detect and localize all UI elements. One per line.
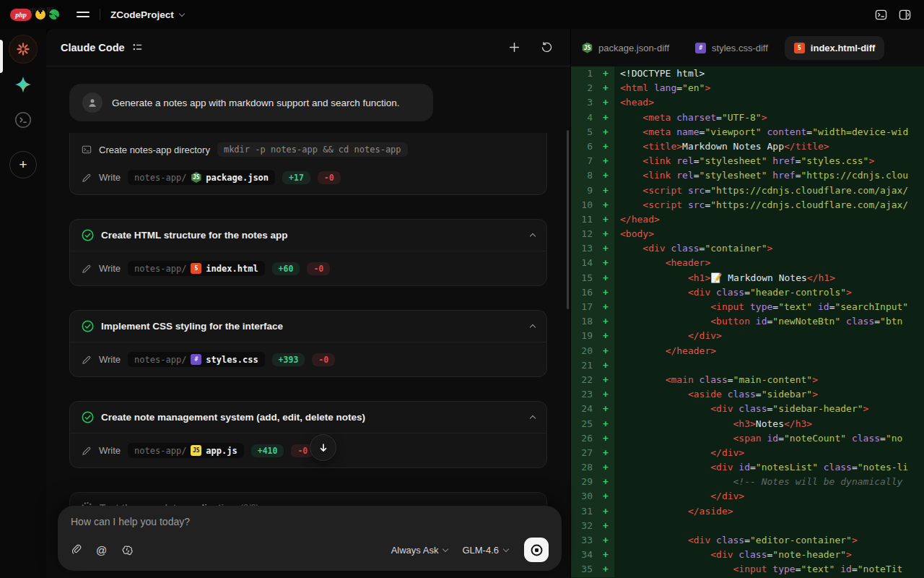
diff-added-marker: +	[597, 300, 614, 314]
code-line: 29+ <!-- Notes will be dynamically	[571, 475, 924, 489]
step-row[interactable]: Writenotes-app/5index.html+60-0	[70, 254, 546, 282]
check-circle-icon	[82, 411, 94, 423]
panel-title: Claude Code	[61, 42, 125, 53]
mention-icon[interactable]: @	[96, 544, 107, 556]
code-text: <meta charset="UTF-8">	[614, 111, 924, 125]
terminal-icon[interactable]	[872, 6, 890, 24]
code-line: 5+ <meta name="viewport" content="width=…	[571, 125, 924, 139]
code-line: 27+ </div>	[571, 446, 924, 460]
step-row[interactable]: Writenotes-app/JSpackage.json+17-0	[70, 163, 546, 191]
line-number: 28	[571, 460, 597, 475]
terminal-agent-icon[interactable]	[9, 105, 38, 134]
task-header[interactable]: Implement CSS styling for the interface	[70, 311, 546, 342]
file-dir: notes-app/	[134, 173, 186, 183]
prompt-input[interactable]	[71, 516, 549, 532]
tab-index-html-diff[interactable]: 5 index.html-diff	[785, 36, 885, 60]
code-line: 35+ <input type="text" id="noteTit	[571, 562, 924, 577]
line-number: 24	[571, 402, 597, 416]
diff-added-marker: +	[597, 154, 614, 168]
diff-added-marker: +	[597, 184, 614, 198]
claude-agent-icon[interactable]	[9, 35, 38, 64]
collapse-chevron-icon[interactable]	[530, 233, 536, 239]
task-list: Create notes-app directorymkdir -p notes…	[69, 133, 547, 523]
diff-added-marker: +	[597, 446, 614, 460]
step-row[interactable]: Create notes-app directorymkdir -p notes…	[70, 136, 546, 163]
message-composer: @ Always Ask GLM-4.6	[58, 506, 562, 571]
panel-toggle-icon[interactable]	[896, 6, 914, 24]
file-chip[interactable]: notes-app/JSpackage.json	[128, 170, 275, 185]
line-number: 32	[571, 519, 597, 533]
code-line: 12+<body>	[571, 227, 924, 241]
diff-added-marker: +	[597, 168, 614, 183]
code-line: 28+ <div id="notesList" class="notes-li	[571, 460, 924, 475]
editor-tab-bar: JS package.json-diff # styles.css-diff 5…	[571, 29, 924, 66]
added-lines-badge: +60	[272, 262, 300, 275]
conversation-scroll[interactable]: Generate a notes app with markdown suppo…	[46, 66, 570, 578]
code-text: <!-- Notes will be dynamically	[614, 475, 924, 489]
user-avatar-icon	[82, 92, 103, 113]
code-text: <div class="header-controls">	[614, 285, 924, 300]
code-text: <script src="https://cdnjs.cloudflare.co…	[614, 198, 924, 212]
gemini-agent-icon[interactable]	[9, 70, 38, 99]
step-label: Create notes-app directory	[99, 144, 210, 155]
code-line: 23+ <aside class="sidebar">	[571, 387, 924, 402]
code-text: <div id="notesList" class="notes-li	[614, 460, 924, 475]
paperclip-icon[interactable]	[71, 544, 82, 556]
line-number: 33	[571, 533, 597, 548]
task-header[interactable]: Create HTML structure for the notes app	[70, 220, 546, 251]
tab-styles-css-diff[interactable]: # styles.css-diff	[686, 36, 777, 60]
model-select[interactable]: GLM-4.6	[462, 545, 508, 556]
tab-label: package.json-diff	[598, 43, 669, 53]
history-icon[interactable]	[538, 38, 556, 56]
collapse-chevron-icon[interactable]	[530, 415, 536, 421]
code-text: <button id="newNoteBtn" class="btn	[614, 314, 924, 329]
file-dir: notes-app/	[134, 446, 186, 456]
add-agent-button[interactable]: +	[9, 151, 37, 178]
line-number: 30	[571, 489, 597, 504]
stop-generation-button[interactable]	[524, 538, 549, 562]
menu-icon[interactable]	[77, 12, 90, 17]
diff-added-marker: +	[597, 344, 614, 358]
collapse-chevron-icon[interactable]	[530, 324, 536, 330]
line-number: 26	[571, 431, 597, 446]
app-window: php 中文网 ZCodeProject	[0, 0, 924, 578]
code-line: 21+	[571, 358, 924, 373]
code-line: 26+ <span id="noteCount" class="no	[571, 431, 924, 446]
file-chip[interactable]: notes-app/JSapp.js	[128, 443, 244, 458]
file-chip[interactable]: notes-app/#styles.css	[128, 352, 265, 367]
line-number: 12	[571, 227, 597, 241]
new-chat-icon[interactable]	[505, 38, 523, 56]
tab-package-json-diff[interactable]: JS package.json-diff	[572, 36, 679, 60]
diff-added-marker: +	[597, 139, 614, 154]
task-list-icon[interactable]	[132, 42, 143, 53]
watermark-text: 中文网	[29, 6, 55, 17]
scroll-to-bottom-button[interactable]	[310, 434, 336, 461]
diff-added-marker: +	[597, 417, 614, 431]
code-line: 33+ <div class="editor-container">	[571, 533, 924, 548]
code-line: 2+<html lang="en">	[571, 81, 924, 95]
diff-code-view[interactable]: 1+<!DOCTYPE html>2+<html lang="en">3+<he…	[571, 66, 924, 578]
task-header[interactable]: Create note management system (add, edit…	[70, 402, 546, 433]
chevron-down-icon	[443, 545, 448, 551]
line-number: 19	[571, 329, 597, 343]
task-card: Create note management system (add, edit…	[69, 401, 547, 468]
diff-added-marker: +	[597, 111, 614, 125]
permission-mode-select[interactable]: Always Ask	[391, 545, 448, 556]
added-lines-badge: +17	[282, 171, 310, 184]
file-dir: notes-app/	[134, 264, 186, 274]
brain-icon[interactable]	[121, 545, 134, 556]
file-chip[interactable]: notes-app/5index.html	[128, 261, 265, 276]
line-number: 3	[571, 95, 597, 110]
line-number: 4	[571, 111, 597, 125]
step-row[interactable]: Writenotes-app/JSapp.js+410-0	[70, 436, 546, 465]
project-switcher[interactable]: ZCodeProject	[110, 9, 184, 20]
chat-scrollbar-thumb[interactable]	[567, 130, 569, 309]
line-number: 23	[571, 387, 597, 402]
line-number: 22	[571, 373, 597, 387]
brand-logos: php 中文网	[10, 9, 66, 21]
code-text: <div class="editor-container">	[614, 533, 924, 548]
write-label: Write	[99, 354, 121, 365]
step-row[interactable]: Writenotes-app/#styles.css+393-0	[70, 345, 546, 374]
line-number: 25	[571, 417, 597, 431]
model-value: GLM-4.6	[462, 545, 499, 556]
